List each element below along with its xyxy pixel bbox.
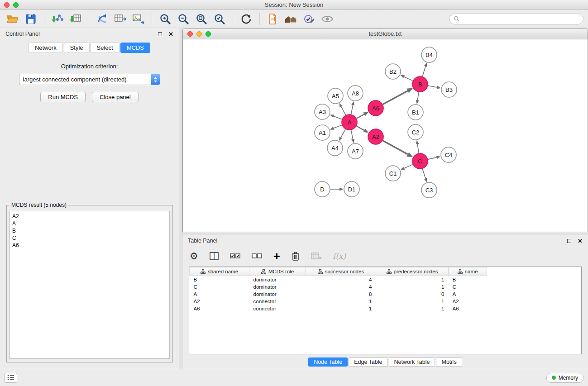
criterion-dropdown[interactable]: largest connected component (directed): [19, 74, 160, 85]
network-zoom-button[interactable]: [206, 31, 211, 37]
column-header[interactable]: shared name: [190, 267, 249, 276]
zoom-fit-button[interactable]: [193, 12, 210, 26]
graph-node-A2[interactable]: A2: [368, 129, 383, 144]
graph-node-C[interactable]: C: [412, 153, 428, 169]
show-hide-details-button[interactable]: [319, 12, 335, 26]
add-column-button[interactable]: +: [273, 252, 280, 261]
graph-edge[interactable]: [428, 86, 437, 87]
graph-node-A3[interactable]: A3: [315, 104, 330, 119]
save-session-button[interactable]: [23, 12, 39, 26]
close-window-button[interactable]: [4, 2, 10, 8]
function-builder-button[interactable]: f(x): [333, 252, 346, 261]
graph-edge[interactable]: [417, 144, 419, 153]
table-row[interactable]: Cdominator41C: [190, 283, 487, 291]
export-network-button[interactable]: [94, 12, 110, 26]
graph-node-A7[interactable]: A7: [348, 143, 363, 159]
graph-edge[interactable]: [428, 157, 437, 159]
graph-node-B[interactable]: B: [412, 76, 428, 92]
float-table-panel-icon[interactable]: [567, 239, 571, 243]
column-header[interactable]: successor nodes: [306, 267, 376, 276]
delete-table-button[interactable]: [311, 252, 322, 260]
tab-mcds[interactable]: MCDS: [120, 43, 150, 53]
graph-node-A8[interactable]: A8: [348, 86, 363, 101]
graph-edge[interactable]: [383, 141, 408, 154]
graph-edge[interactable]: [404, 164, 413, 168]
task-history-button[interactable]: [5, 373, 17, 383]
graph-edge[interactable]: [341, 107, 346, 115]
validate-button[interactable]: [301, 12, 317, 26]
column-header[interactable]: predecessor nodes: [376, 267, 449, 276]
graph-node-B2[interactable]: B2: [385, 64, 401, 79]
graph-node-A1[interactable]: A1: [315, 125, 330, 140]
export-image-button[interactable]: [130, 12, 147, 26]
graph-node-B4[interactable]: B4: [421, 47, 437, 62]
result-item[interactable]: A6: [12, 242, 167, 249]
result-item[interactable]: A: [12, 220, 167, 227]
graph-edge[interactable]: [422, 67, 425, 76]
graph-edge[interactable]: [357, 114, 364, 119]
tab-network-table[interactable]: Network Table: [389, 357, 435, 367]
graph-node-A6[interactable]: A6: [368, 100, 383, 116]
result-item[interactable]: C: [12, 234, 167, 242]
graph-node-D1[interactable]: D1: [344, 181, 359, 197]
graph-edge[interactable]: [351, 130, 353, 139]
open-session-button[interactable]: [5, 12, 21, 26]
network-canvas[interactable]: B4B2BB3A5A8A6A3AB1A1A2C2A4A7C4CC1C3DD1: [183, 39, 588, 232]
graph-edge[interactable]: [357, 126, 364, 130]
deselect-all-button[interactable]: [252, 252, 263, 260]
mcds-result-area[interactable]: A2ABCA6: [10, 211, 170, 359]
result-item[interactable]: B: [12, 227, 167, 234]
float-panel-icon[interactable]: [158, 32, 162, 36]
export-table-button[interactable]: [112, 12, 129, 26]
import-network-button[interactable]: [49, 12, 66, 26]
graph-node-A4[interactable]: A4: [327, 140, 343, 156]
graph-edge[interactable]: [341, 129, 345, 138]
graph-edge[interactable]: [404, 76, 412, 81]
graph-node-B3[interactable]: B3: [441, 82, 457, 97]
graph-node-A[interactable]: A: [342, 114, 357, 130]
vertical-splitter[interactable]: [179, 28, 182, 369]
graph-edge[interactable]: [383, 91, 408, 105]
close-panel-icon[interactable]: ✕: [168, 31, 173, 37]
search-field[interactable]: [449, 14, 583, 24]
table-row[interactable]: Bdominator41B: [190, 276, 487, 283]
zoom-selected-button[interactable]: [211, 12, 228, 26]
graph-node-B1[interactable]: B1: [408, 105, 423, 120]
graph-node-C4[interactable]: C4: [441, 147, 456, 162]
network-window-titlebar[interactable]: testGlobe.txt: [183, 29, 588, 39]
search-input[interactable]: [462, 15, 579, 22]
column-header[interactable]: MCDS role: [249, 267, 306, 276]
graph-edge[interactable]: [334, 116, 342, 119]
zoom-out-button[interactable]: [175, 12, 191, 26]
delete-column-button[interactable]: [291, 251, 300, 261]
graph-edge[interactable]: [422, 169, 425, 178]
table-row[interactable]: Adominator80A: [190, 291, 487, 298]
graph-node-C3[interactable]: C3: [421, 182, 437, 198]
graph-edge[interactable]: [334, 125, 342, 128]
export-document-button[interactable]: [265, 12, 281, 26]
run-mcds-button[interactable]: Run MCDS: [40, 92, 86, 102]
node-table-container[interactable]: shared nameMCDS rolesuccessor nodesprede…: [189, 267, 582, 354]
tab-edge-table[interactable]: Edge Table: [349, 357, 387, 367]
graph-node-C2[interactable]: C2: [408, 124, 423, 140]
zoom-window-button[interactable]: [13, 2, 19, 8]
graph-node-D[interactable]: D: [315, 181, 330, 197]
column-header[interactable]: name: [449, 267, 487, 276]
select-all-button[interactable]: [230, 252, 241, 260]
zoom-in-button[interactable]: [157, 12, 173, 26]
result-item[interactable]: A2: [12, 213, 167, 220]
import-table-button[interactable]: [67, 12, 84, 26]
tab-style[interactable]: Style: [64, 43, 90, 53]
tab-motifs[interactable]: Motifs: [436, 357, 462, 367]
table-row[interactable]: A2connector11A2: [190, 298, 487, 305]
table-row[interactable]: A6connector11A6: [190, 305, 487, 312]
network-close-button[interactable]: [187, 31, 193, 37]
table-options-gear-icon[interactable]: ⚙: [190, 252, 198, 261]
tab-select[interactable]: Select: [91, 43, 120, 53]
close-table-panel-icon[interactable]: ✕: [578, 238, 583, 244]
network-minimize-button[interactable]: [196, 31, 202, 37]
show-columns-button[interactable]: [209, 252, 219, 261]
graph-node-A5[interactable]: A5: [328, 88, 343, 104]
tab-network[interactable]: Network: [29, 43, 63, 53]
tab-node-table[interactable]: Node Table: [308, 357, 348, 367]
